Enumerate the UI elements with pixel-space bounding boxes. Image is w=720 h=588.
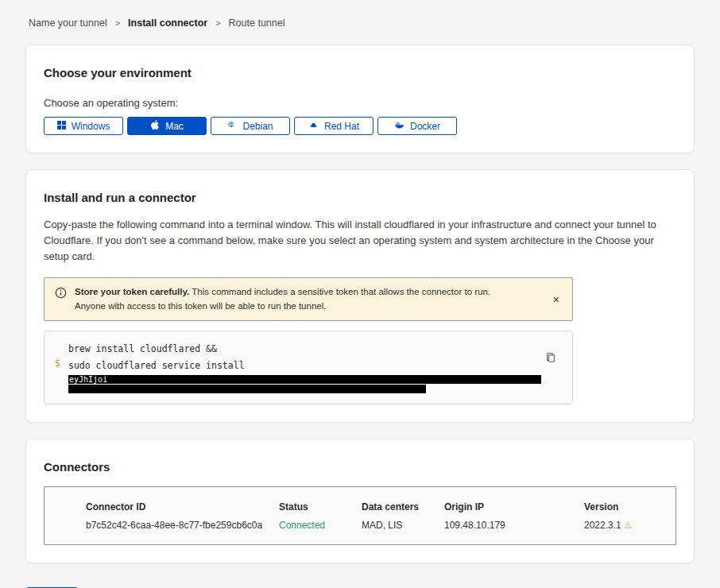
os-button-windows[interactable]: Windows bbox=[44, 117, 123, 135]
debian-icon bbox=[227, 120, 237, 132]
install-card-title: Install and run a connector bbox=[44, 191, 676, 204]
breadcrumb-step-install-connector[interactable]: Install connector bbox=[128, 17, 207, 29]
col-header-connector-id: Connector ID bbox=[86, 501, 279, 513]
token-warning-text: Store your token carefully. This command… bbox=[75, 285, 520, 313]
os-button-label: Docker bbox=[410, 121, 440, 132]
connectors-table-header: Connector ID Status Data centers Origin … bbox=[86, 501, 675, 513]
environment-card-title: Choose your environment bbox=[44, 66, 676, 79]
close-icon[interactable]: × bbox=[550, 292, 563, 307]
redacted-token-bar bbox=[68, 385, 426, 393]
breadcrumb-separator: > bbox=[215, 18, 220, 28]
version-value: 2022.3.1⚠ bbox=[584, 520, 675, 531]
col-header-status: Status bbox=[279, 501, 362, 513]
col-header-origin-ip: Origin IP bbox=[444, 501, 584, 513]
os-button-group: Windows Mac Debian bbox=[44, 117, 676, 135]
info-icon bbox=[55, 287, 67, 302]
breadcrumb-step-route-tunnel[interactable]: Route tunnel bbox=[229, 17, 285, 29]
windows-icon bbox=[57, 121, 66, 132]
os-button-label: Windows bbox=[72, 121, 110, 132]
breadcrumb-separator: > bbox=[115, 18, 120, 28]
os-button-debian[interactable]: Debian bbox=[211, 117, 290, 135]
connectors-table: Connector ID Status Data centers Origin … bbox=[44, 486, 676, 545]
code-line-2: sudo cloudflared service install bbox=[68, 358, 540, 374]
table-row: b7c52c42-6caa-48ee-8c77-fbe259cb6c0a Con… bbox=[86, 520, 675, 531]
code-line-1: brew install cloudflared && bbox=[68, 341, 540, 358]
os-button-redhat[interactable]: Red Hat bbox=[294, 117, 374, 135]
token-warning-bold: Store your token carefully. bbox=[75, 287, 189, 296]
os-button-label: Mac bbox=[165, 121, 184, 132]
connectors-card-title: Connectors bbox=[44, 460, 676, 474]
token-warning-alert: Store your token carefully. This command… bbox=[44, 277, 573, 321]
copy-icon[interactable] bbox=[545, 352, 556, 366]
os-select-label: Choose an operating system: bbox=[44, 97, 676, 109]
os-button-mac[interactable]: Mac bbox=[127, 117, 207, 135]
col-header-version: Version bbox=[584, 501, 675, 513]
apple-icon bbox=[150, 120, 160, 132]
redacted-token-bar: eyJhIjoi bbox=[68, 375, 541, 384]
os-button-docker[interactable]: Docker bbox=[377, 117, 457, 135]
page: Name your tunnel > Install connector > R… bbox=[0, 0, 720, 588]
environment-card: Choose your environment Choose an operat… bbox=[25, 44, 695, 153]
breadcrumb-step-name-your-tunnel[interactable]: Name your tunnel bbox=[29, 17, 107, 29]
data-centers-value: MAD, LIS bbox=[362, 520, 444, 531]
status-badge: Connected bbox=[279, 520, 362, 531]
os-button-label: Debian bbox=[242, 121, 273, 132]
token-prefix-text: eyJhIjoi bbox=[68, 375, 107, 384]
install-card: Install and run a connector Copy-paste t… bbox=[25, 169, 695, 423]
warning-icon: ⚠ bbox=[625, 520, 633, 530]
origin-ip-value: 109.48.10.179 bbox=[444, 520, 584, 531]
connector-id-value: b7c52c42-6caa-48ee-8c77-fbe259cb6c0a bbox=[86, 520, 279, 531]
os-button-label: Red Hat bbox=[324, 121, 359, 132]
version-number: 2022.3.1 bbox=[584, 520, 621, 531]
install-description: Copy-paste the following command into a … bbox=[44, 217, 675, 265]
connectors-card: Connectors Connector ID Status Data cent… bbox=[25, 439, 695, 563]
install-command-codeblock: $ brew install cloudflared && sudo cloud… bbox=[44, 331, 573, 404]
redhat-icon bbox=[308, 120, 319, 133]
docker-icon bbox=[394, 120, 405, 133]
terminal-prompt: $ bbox=[55, 358, 60, 369]
breadcrumb: Name your tunnel > Install connector > R… bbox=[0, 0, 720, 29]
col-header-data-centers: Data centers bbox=[362, 501, 444, 513]
